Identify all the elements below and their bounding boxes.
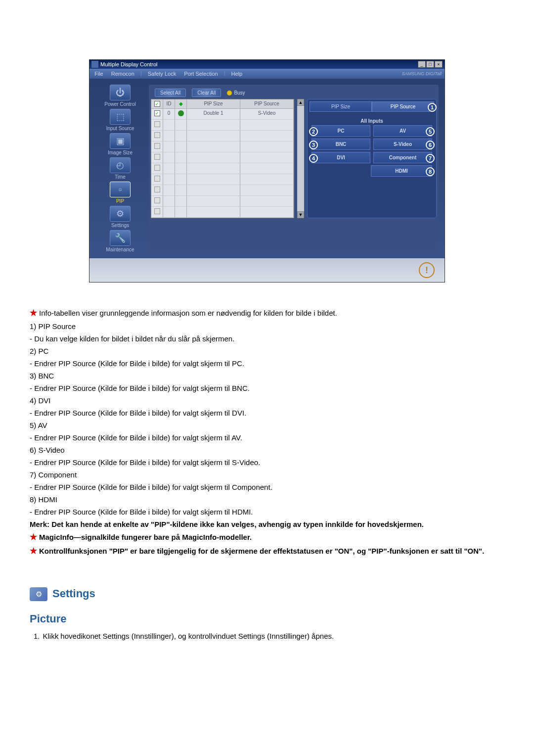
table-row[interactable]	[151, 163, 294, 174]
badge-7: 7	[426, 154, 435, 163]
menu-port-selection[interactable]: Port Selection	[182, 70, 220, 77]
input-hdmi-button[interactable]: HDMI 8	[371, 165, 432, 177]
table-row[interactable]	[151, 152, 294, 163]
table-row[interactable]: ✓ 0 Double 1 S-Video	[151, 109, 294, 120]
input-pc-button[interactable]: PC 2	[312, 125, 370, 137]
table-row[interactable]	[151, 207, 294, 218]
sidebar-item-pip[interactable]: ▫ PIP	[95, 182, 145, 204]
scrollbar[interactable]: ▲ ▼	[297, 99, 304, 218]
app-icon	[91, 61, 98, 68]
menu-file[interactable]: File	[92, 70, 105, 77]
minimize-button[interactable]: _	[418, 61, 426, 68]
tab-pip-size[interactable]: PIP Size	[310, 101, 372, 112]
input-label: HDMI	[395, 168, 408, 174]
tab-label: PIP Size	[331, 104, 350, 109]
brand-label: SAMSUNG DIGITall	[402, 71, 442, 76]
table-row[interactable]	[151, 131, 294, 142]
titlebar: Multiple Display Control _ □ ×	[89, 60, 445, 69]
doc-item-2-desc: - Endrer PIP Source (Kilde for Bilde i b…	[30, 358, 504, 369]
doc-item-3: 3) BNC	[30, 371, 504, 381]
row-check-icon[interactable]	[154, 187, 160, 192]
row-check-icon[interactable]	[154, 154, 160, 160]
row-check-icon[interactable]	[154, 121, 160, 127]
select-all-button[interactable]: Select All	[155, 89, 186, 97]
doc-item-2: 2) PC	[30, 346, 504, 356]
row-check-icon[interactable]	[154, 176, 160, 182]
tab-pip-source[interactable]: PIP Source 1	[372, 101, 434, 112]
doc-item-1-desc: - Du kan velge kilden for bildet i bilde…	[30, 333, 504, 344]
badge-1: 1	[428, 103, 437, 112]
badge-5: 5	[426, 127, 435, 136]
input-label: PC	[338, 128, 345, 134]
input-dvi-button[interactable]: DVI 4	[312, 152, 370, 163]
input-icon: ⬚	[110, 109, 131, 125]
sidebar-label: Maintenance	[95, 247, 145, 252]
cell-size: Double 1	[187, 109, 240, 119]
scroll-down-icon[interactable]: ▼	[297, 211, 304, 218]
star-icon: ★	[30, 308, 37, 318]
settings-section-icon: ⚙	[30, 587, 47, 601]
inputs-title: All Inputs	[312, 117, 432, 125]
input-svideo-button[interactable]: S-Video 6	[373, 139, 432, 150]
input-av-button[interactable]: AV 5	[373, 125, 432, 137]
doc-intro: Info-tabellen viser grunnleggende inform…	[39, 309, 337, 317]
maximize-button[interactable]: □	[426, 61, 434, 68]
row-check-icon[interactable]	[154, 165, 160, 171]
doc-note: Merk: Det kan hende at enkelte av "PIP"-…	[30, 519, 504, 529]
table-row[interactable]	[151, 196, 294, 207]
warning-icon: !	[419, 262, 435, 278]
sidebar-item-maintenance[interactable]: 🔧 Maintenance	[95, 230, 145, 252]
input-label: DVI	[337, 155, 345, 160]
app-window: Multiple Display Control _ □ × File Remo…	[89, 59, 445, 283]
doc-item-5-desc: - Endrer PIP Source (Kilde for Bilde i b…	[30, 432, 504, 443]
status-icon	[178, 110, 184, 116]
badge-4: 4	[309, 154, 318, 163]
doc-item-7-desc: - Endrer PIP Source (Kilde for Bilde i b…	[30, 482, 504, 492]
picture-title: Picture	[30, 612, 504, 627]
row-check-icon[interactable]	[154, 208, 160, 214]
doc-item-4: 4) DVI	[30, 395, 504, 406]
settings-title: Settings	[52, 586, 95, 602]
menubar: File Remocon | Safety Lock Port Selectio…	[89, 69, 445, 79]
sidebar-item-input[interactable]: ⬚ Input Source	[95, 109, 145, 131]
input-component-button[interactable]: Component 7	[373, 152, 432, 163]
doc-item-8-desc: - Endrer PIP Source (Kilde for Bilde i b…	[30, 507, 504, 517]
sidebar-label: Input Source	[95, 126, 145, 131]
menu-remocon[interactable]: Remocon	[109, 70, 136, 77]
tab-label: PIP Source	[391, 104, 415, 109]
doc-item-6-desc: - Endrer PIP Source (Kilde for Bilde i b…	[30, 457, 504, 468]
header-check-icon[interactable]: ✓	[154, 101, 160, 107]
menu-help[interactable]: Help	[229, 70, 245, 77]
input-label: BNC	[336, 142, 347, 147]
row-check-icon[interactable]	[154, 143, 160, 149]
input-bnc-button[interactable]: BNC 3	[312, 139, 370, 150]
sidebar-label: PIP	[95, 198, 145, 204]
sidebar: ⏻ Power Control ⬚ Input Source ▣ Image S…	[95, 85, 145, 252]
pip-icon: ▫	[110, 182, 131, 197]
star-icon: ★	[30, 546, 37, 556]
scroll-up-icon[interactable]: ▲	[297, 99, 304, 106]
sidebar-item-settings[interactable]: ⚙ Settings	[95, 206, 145, 228]
window-title: Multiple Display Control	[100, 61, 158, 67]
content-area: ⏻ Power Control ⬚ Input Source ▣ Image S…	[89, 79, 445, 258]
document-text: ★Info-tabellen viser grunnleggende infor…	[30, 307, 504, 641]
row-check-icon[interactable]	[154, 132, 160, 138]
close-button[interactable]: ×	[435, 61, 443, 68]
doc-star2: Kontrollfunksjonen "PIP" er bare tilgjen…	[39, 547, 484, 555]
busy-label: Busy	[234, 90, 245, 95]
clear-all-button[interactable]: Clear All	[192, 89, 221, 97]
table-row[interactable]	[151, 142, 294, 152]
sidebar-item-image-size[interactable]: ▣ Image Size	[95, 133, 145, 155]
menu-safety-lock[interactable]: Safety Lock	[146, 70, 178, 77]
sidebar-label: Image Size	[95, 150, 145, 155]
table-row[interactable]	[151, 174, 294, 185]
table-row[interactable]	[151, 120, 294, 131]
doc-item-1: 1) PIP Source	[30, 321, 504, 331]
row-check-icon[interactable]	[154, 197, 160, 203]
row-check-icon[interactable]: ✓	[154, 110, 160, 116]
table-row[interactable]	[151, 185, 294, 196]
sidebar-item-power[interactable]: ⏻ Power Control	[95, 85, 145, 107]
badge-2: 2	[309, 127, 318, 136]
sidebar-item-time[interactable]: ◴ Time	[95, 157, 145, 180]
image-size-icon: ▣	[110, 133, 131, 149]
